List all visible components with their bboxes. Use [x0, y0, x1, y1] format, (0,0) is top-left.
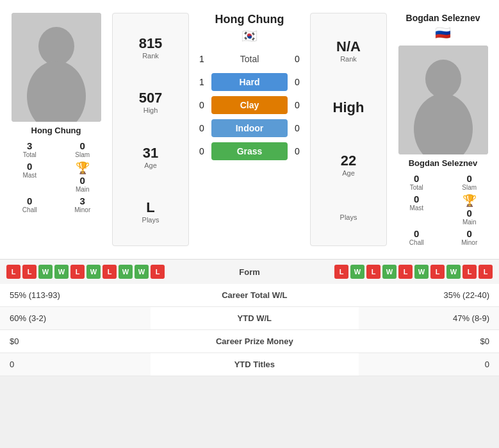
right-form-badge-l: L	[366, 265, 380, 279]
right-high-value: High	[333, 99, 364, 116]
left-player-header: Hong Chung 🇰🇷	[215, 13, 284, 44]
right-mast-label: Mast	[393, 204, 440, 212]
right-header-name-above: Bogdan Seleznev	[406, 13, 480, 23]
clay-score-left: 0	[192, 100, 211, 110]
left-age-label: Age	[143, 162, 158, 169]
right-form-badge-l: L	[479, 265, 493, 279]
stats-row-2: $0 Career Prize Money $0	[0, 330, 499, 353]
svg-point-1	[38, 27, 74, 65]
indoor-score-left: 0	[192, 123, 211, 133]
left-slam-label: Slam	[60, 151, 106, 158]
left-form-badge-l: L	[22, 265, 37, 279]
hard-button: Hard	[211, 73, 288, 91]
right-slam-value: 0	[446, 173, 493, 184]
right-plays-label: Plays	[340, 213, 357, 221]
left-high-stat: 507 High	[139, 90, 163, 114]
indoor-score-right: 0	[288, 123, 307, 133]
right-mast-cell: 0 Mast	[393, 194, 440, 226]
clay-score-right: 0	[288, 100, 307, 110]
left-rank-value: 815	[139, 35, 163, 52]
left-chall-label: Chall	[6, 206, 53, 213]
left-player-card: Hong Chung 3 Total 0 Slam 0 Mast 🏆 0 Ma	[0, 6, 112, 253]
svg-point-4	[425, 60, 461, 98]
hard-row: 1 Hard 0	[192, 73, 307, 91]
stats-center-3: YTD Titles	[151, 353, 359, 376]
grass-row: 0 Grass 0	[192, 142, 307, 160]
left-chall-value: 0	[6, 195, 53, 206]
left-total-label: Total	[6, 151, 53, 158]
right-age-stat: 22 Age	[341, 153, 356, 177]
right-player-name: Bogdan Seleznev	[409, 158, 478, 168]
right-player-stats: 0 Total 0 Slam 0 Mast 🏆 0 Main 0	[393, 173, 493, 246]
right-player-card: Bogdan Seleznev🇷🇺 Bogdan Seleznev 0 Tota…	[387, 6, 499, 253]
right-form-badge-w: W	[382, 265, 397, 279]
left-player-avatar	[12, 13, 101, 122]
right-slam-cell: 0 Slam	[446, 173, 493, 191]
right-chall-value: 0	[393, 228, 440, 239]
left-flag: 🇰🇷	[215, 28, 284, 44]
left-main-value: 0	[60, 175, 106, 186]
stats-row-1: 60% (3-2) YTD W/L 47% (8-9)	[0, 307, 499, 330]
right-rank-value: N/A	[336, 38, 361, 55]
left-high-value: 507	[139, 90, 163, 106]
right-middle-stats: N/A Rank High 22 Age Plays	[310, 13, 387, 246]
stats-left-0: 55% (113-93)	[0, 284, 151, 307]
left-minor-cell: 3 Minor	[60, 195, 106, 213]
left-form-badge-l: L	[102, 265, 117, 279]
left-form-badge-l: L	[6, 265, 20, 279]
left-mast-value: 0	[6, 161, 53, 172]
left-middle-stats: 815 Rank 507 High 31 Age L Plays	[112, 13, 189, 246]
grass-score-left: 0	[192, 146, 211, 156]
stats-center-1: YTD W/L	[151, 307, 359, 330]
left-age-stat: 31 Age	[143, 145, 158, 169]
left-form-badge-w: W	[119, 265, 133, 279]
right-chall-label: Chall	[393, 239, 440, 246]
stats-right-0: 35% (22-40)	[359, 284, 499, 307]
total-row: 1 Total 0	[192, 54, 307, 64]
stats-left-1: 60% (3-2)	[0, 307, 151, 330]
stats-left-3: 0	[0, 353, 151, 376]
stats-left-2: $0	[0, 330, 151, 353]
left-trophy-icon: 🏆	[60, 161, 106, 175]
right-main-label: Main	[446, 219, 493, 226]
left-chall-cell: 0 Chall	[6, 195, 53, 213]
left-plays-stat: L Plays	[142, 199, 160, 224]
form-section: LLWWLWLWWL Form LWLWLWLWLL	[0, 259, 499, 284]
left-mast-label: Mast	[6, 172, 53, 179]
hard-score-right: 0	[288, 77, 307, 87]
left-high-label: High	[139, 106, 163, 114]
left-player-stats: 3 Total 0 Slam 0 Mast 🏆 0 Main 0	[6, 140, 106, 213]
right-plays-stat: Plays	[340, 213, 357, 221]
left-form-badges: LLWWLWLWWL	[6, 265, 218, 279]
right-form-badge-l: L	[430, 265, 445, 279]
right-slam-label: Slam	[446, 184, 493, 191]
right-form-badge-w: W	[350, 265, 364, 279]
stats-row-0: 55% (113-93) Career Total W/L 35% (22-40…	[0, 284, 499, 307]
right-form-badge-l: L	[462, 265, 477, 279]
right-chall-cell: 0 Chall	[393, 228, 440, 246]
right-form-badge-l: L	[398, 265, 413, 279]
right-rank-stat: N/A Rank	[336, 38, 361, 63]
top-section: Hong Chung 3 Total 0 Slam 0 Mast 🏆 0 Ma	[0, 0, 499, 259]
right-total-label: Total	[393, 184, 440, 191]
indoor-button: Indoor	[211, 119, 288, 137]
hard-score-left: 1	[192, 77, 211, 87]
stats-right-3: 0	[359, 353, 499, 376]
left-slam-cell: 0 Slam	[60, 140, 106, 158]
total-score-left: 1	[192, 54, 211, 64]
left-form-badge-l: L	[70, 265, 85, 279]
stats-row-3: 0 YTD Titles 0	[0, 353, 499, 376]
left-age-value: 31	[143, 145, 158, 162]
clay-button: Clay	[211, 96, 288, 114]
left-rank-label: Rank	[139, 52, 163, 60]
left-slam-value: 0	[60, 140, 106, 151]
right-minor-cell: 0 Minor	[446, 228, 493, 246]
left-mast-cell: 0 Mast	[6, 161, 53, 193]
left-player-name: Hong Chung	[31, 126, 81, 135]
center-section: Hong Chung 🇰🇷 1 Total 0 1 Hard 0 0 Clay …	[189, 6, 310, 253]
stats-center-0: Career Total W/L	[151, 284, 359, 307]
right-minor-value: 0	[446, 228, 493, 239]
indoor-row: 0 Indoor 0	[192, 119, 307, 137]
right-form-badges: LWLWLWLWLL	[282, 265, 493, 279]
right-age-value: 22	[341, 153, 356, 169]
